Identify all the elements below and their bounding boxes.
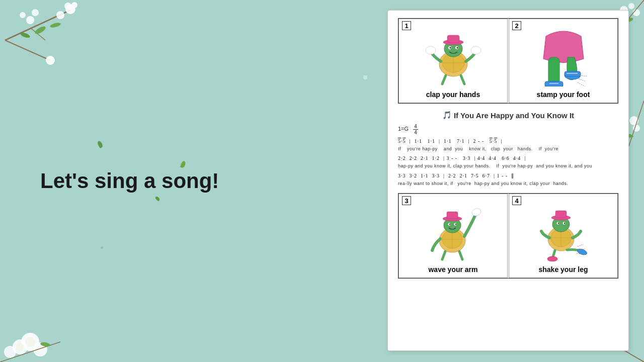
song-section: 🎵 If You Are Happy and You Know It 1=G 4…	[398, 111, 618, 187]
svg-rect-56	[545, 81, 563, 86]
svg-point-13	[49, 22, 61, 28]
dot-decoration	[363, 75, 367, 79]
svg-line-1	[5, 40, 50, 60]
svg-line-2	[30, 28, 45, 40]
cell-image-clap	[421, 21, 486, 86]
svg-point-20	[13, 339, 28, 354]
cell-label-4: shake your leg	[538, 263, 588, 276]
svg-point-87	[547, 256, 557, 261]
svg-point-19	[21, 333, 39, 351]
cell-number-1: 1	[402, 21, 411, 30]
svg-point-16	[633, 9, 640, 16]
notation-key: 1=G 4 4	[398, 124, 618, 135]
left-content-area: Let's sing a song!	[40, 167, 252, 195]
cell-number-4: 4	[512, 196, 521, 205]
svg-rect-58	[565, 71, 581, 76]
cell-number-2: 2	[512, 21, 521, 30]
leaf-decoration	[154, 196, 160, 201]
notation-row-3-notes: 3·3 3·2 1·1 3·3 | 2·2 2·1 7·5 6·7 | 1 - …	[398, 172, 618, 180]
svg-rect-70	[447, 212, 458, 219]
music-icon: 🎵	[442, 111, 452, 120]
svg-point-37	[629, 116, 638, 125]
svg-point-73	[449, 224, 450, 225]
svg-point-8	[20, 12, 26, 18]
svg-line-61	[579, 79, 586, 81]
svg-point-86	[564, 223, 565, 224]
svg-point-22	[4, 346, 16, 358]
svg-line-63	[578, 82, 585, 86]
cell-label-2: stamp your foot	[537, 88, 590, 101]
cell-image-wave	[421, 196, 486, 261]
svg-point-75	[471, 208, 482, 217]
svg-point-74	[455, 224, 456, 225]
svg-rect-47	[447, 35, 459, 43]
cell-image-stamp	[531, 21, 596, 86]
svg-point-21	[33, 342, 47, 356]
svg-point-23	[25, 337, 35, 347]
svg-line-89	[578, 244, 584, 246]
image-cell-3: 3	[398, 194, 508, 278]
svg-point-12	[20, 32, 31, 39]
cell-number-3: 3	[402, 196, 411, 205]
svg-point-50	[449, 47, 451, 49]
svg-point-5	[71, 2, 77, 8]
svg-point-51	[456, 47, 458, 49]
leaf-decoration	[97, 140, 104, 148]
song-title: 🎵 If You Are Happy and You Know It	[398, 111, 618, 120]
svg-point-38	[633, 125, 640, 132]
svg-point-24	[16, 343, 24, 351]
svg-point-10	[56, 11, 64, 19]
time-sig-bot: 4	[413, 130, 418, 135]
lyrics-row-1: If you're hap-py and you know it, clap y…	[398, 145, 618, 152]
notation-row-1-notes: 5·5 | 1·1 1·1 | 1·1 7·1 | 2 - - 5·5 |	[398, 137, 618, 145]
lyrics-row-2: hap-py and you know it, clap your hands.…	[398, 162, 618, 169]
svg-line-25	[0, 342, 60, 362]
cell-label-1: clap your hands	[426, 88, 480, 101]
svg-point-52	[426, 46, 436, 54]
svg-rect-82	[555, 211, 567, 218]
svg-point-7	[26, 16, 34, 24]
image-cell-1: 1	[398, 19, 508, 103]
svg-point-4	[64, 3, 71, 10]
svg-point-6	[46, 56, 55, 65]
cell-label-3: wave your arm	[428, 263, 477, 276]
main-heading: Let's sing a song!	[40, 167, 252, 195]
svg-point-85	[557, 223, 558, 224]
top-left-decoration	[0, 0, 91, 80]
top-image-grid: 1	[398, 18, 618, 104]
lyrics-row-3: rea-lly want to show it, if you're hap-p…	[398, 180, 618, 187]
svg-point-3	[65, 4, 75, 14]
svg-point-11	[34, 25, 47, 36]
svg-point-15	[628, 3, 634, 9]
svg-line-0	[5, 10, 70, 40]
notation-row-2-notes: 2·2 2·2 2·1 1·2 | 3 - - 3·3 | 4·4 4·4 6·…	[398, 154, 618, 162]
svg-point-53	[471, 46, 481, 54]
image-cell-2: 2	[509, 19, 618, 103]
image-cell-4: 4	[509, 194, 618, 278]
svg-point-26	[40, 341, 50, 347]
bottom-image-grid: 3	[398, 193, 618, 279]
bottom-left-decoration	[0, 302, 80, 362]
song-notation: 1=G 4 4 5·5 | 1·1 1·1 | 1·1 7·1 | 2 - - …	[398, 124, 618, 187]
cell-image-shake	[531, 196, 596, 261]
svg-point-9	[32, 9, 39, 16]
time-sig-top: 4	[413, 124, 418, 130]
dot-decoration	[101, 246, 103, 249]
worksheet: 1	[387, 10, 629, 351]
